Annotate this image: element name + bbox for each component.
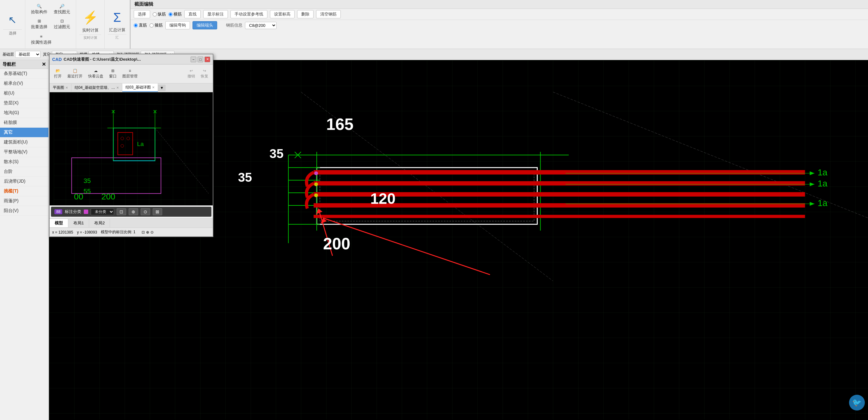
- cad-qv-drawing: La 35 55 00 200: [50, 92, 213, 205]
- cad-qv-title: CAD CAD快速看图 - C:\Users\温文\Desktop\...: [52, 57, 141, 62]
- anno-btn-4[interactable]: ⊠: [153, 208, 162, 215]
- se-delete-button[interactable]: 删除: [297, 10, 314, 18]
- se-radio-transverse-input[interactable]: [168, 12, 173, 17]
- sidebar-item-cantilever[interactable]: 挑槛(T): [0, 187, 49, 196]
- scale-icon-3[interactable]: ⊙: [151, 230, 154, 234]
- cad-qv-bottom-tab-layout1[interactable]: 布局1: [68, 219, 89, 227]
- cad-qv-close-button[interactable]: ✕: [205, 57, 210, 62]
- cad-qv-redo-button[interactable]: ↪ 恢复: [198, 68, 211, 80]
- svg-text:55: 55: [84, 187, 91, 195]
- cad-qv-recent-button[interactable]: 📋 最近打开: [65, 68, 85, 80]
- scale-icon-2[interactable]: ⊕: [146, 230, 149, 234]
- select-icon: ↖: [8, 14, 17, 26]
- sidebar-header: 导航栏 ✕: [0, 60, 49, 69]
- se-manual-ref-button[interactable]: 手动设置参考线: [230, 10, 268, 18]
- realtime-button[interactable]: ⚡: [80, 9, 101, 26]
- cad-qv-layer-button[interactable]: ≡ 图层管理: [120, 68, 140, 80]
- cad-qv-canvas[interactable]: La 35 55 00 200: [50, 92, 213, 205]
- sidebar-item-trench[interactable]: 地沟(G): [0, 108, 49, 118]
- scale-icon-1[interactable]: ⊡: [142, 230, 145, 234]
- tab-struct03-close[interactable]: ✕: [152, 86, 155, 89]
- summary-button[interactable]: Σ: [111, 9, 124, 26]
- open-icon: 📂: [56, 69, 60, 73]
- cad-qv-controls: − □ ✕: [191, 57, 210, 62]
- anno-btn-3[interactable]: ⊙: [141, 208, 150, 215]
- anno-badge: 88: [54, 209, 62, 214]
- cad-qv-tab-plan[interactable]: 平面图 ✕: [50, 84, 71, 92]
- cad-qv-maximize-button[interactable]: □: [197, 57, 203, 62]
- sidebar-item-building-area[interactable]: 建筑面积(U): [0, 137, 49, 147]
- se-radio-straight[interactable]: 直筋: [134, 23, 147, 28]
- floor-filter-select[interactable]: 基础层: [15, 51, 40, 58]
- cad-qv-undo-button[interactable]: ↩ 撤销: [185, 68, 197, 80]
- tab-more-button[interactable]: ▼: [158, 85, 166, 91]
- se-set-elevation-button[interactable]: 设置标高: [270, 10, 294, 18]
- pick-element-button[interactable]: 🔍 拾取构件: [28, 3, 50, 16]
- se-show-annotation-button[interactable]: 显示标注: [203, 10, 228, 18]
- section-editor-row2: 直筋 箍筋 编辑弯钩 编辑端头 钢筋信息 C8@200: [130, 20, 868, 31]
- undo-label: 撤销: [187, 74, 195, 79]
- filter-icon: ⊡: [60, 19, 64, 23]
- realtime-label: 实时计算: [82, 28, 99, 33]
- tab-plan-close[interactable]: ✕: [65, 86, 68, 90]
- cad-qv-bottom-tab-layout2[interactable]: 布局2: [89, 219, 110, 227]
- cad-qv-coords-y: y = -108093: [77, 230, 97, 234]
- anno-btn-1[interactable]: ⊡: [117, 208, 126, 215]
- find-element-button[interactable]: 🔎 查找图元: [51, 3, 73, 16]
- sidebar-close-icon[interactable]: ✕: [42, 61, 46, 67]
- cad-qv-tab-struct04[interactable]: 结04_基础架空层墙、… ✕: [71, 84, 122, 92]
- tab-struct04-close[interactable]: ✕: [116, 86, 119, 90]
- cad-qv-bottom-tab-model[interactable]: 模型: [50, 219, 68, 227]
- svg-point-27: [314, 182, 318, 186]
- cad-qv-minimize-button[interactable]: −: [191, 57, 196, 62]
- sidebar-item-leveling[interactable]: 平整场地(V): [0, 147, 49, 157]
- anno-color-swatch: [84, 209, 88, 214]
- sidebar-item-drainage[interactable]: 散水(S): [0, 157, 49, 167]
- sidebar-item-strip-foundation[interactable]: 条形基础(T): [0, 69, 49, 79]
- attr-label: 按属性选择: [31, 39, 52, 45]
- bird-icon[interactable]: 🐦: [849, 395, 865, 411]
- sidebar-item-bay-window[interactable]: 阳台(V): [0, 206, 49, 216]
- se-radio-transverse[interactable]: 横筋: [168, 11, 182, 17]
- sidebar-item-pile[interactable]: 桩(U): [0, 89, 49, 98]
- sidebar-item-steps[interactable]: 台阶: [0, 167, 49, 177]
- layer-label: 图层管理: [122, 74, 137, 79]
- sidebar-item-gutter[interactable]: 后浇带(JD): [0, 177, 49, 187]
- svg-text:35: 35: [238, 170, 252, 184]
- cad-qv-cloud-button[interactable]: ☁ 快看云盘: [86, 68, 106, 80]
- cad-qv-statusbar: x = 1201385 y = -108093 模型中的标注比例: 1 ⊡ ⊕ …: [50, 228, 213, 236]
- se-line-button[interactable]: 直线: [184, 10, 201, 18]
- tab-struct04-label: 结04_基础架空层墙、…: [74, 85, 115, 90]
- svg-text:1a: 1a: [818, 179, 828, 188]
- cad-qv-window-button[interactable]: ⊞ 窗口: [106, 68, 119, 80]
- svg-point-26: [314, 171, 318, 175]
- cad-qv-bottom-tabs: 模型 布局1 布局2: [50, 218, 213, 228]
- filter-element-button[interactable]: ⊡ 过滤图元: [51, 18, 73, 31]
- cad-qv-tab-struct03[interactable]: 结03_基础详图 ✕: [122, 84, 158, 92]
- se-radio-stirrup-input[interactable]: [150, 23, 154, 28]
- se-edit-end-button[interactable]: 编辑端头: [192, 21, 217, 29]
- cad-qv-open-button[interactable]: 📂 打开: [52, 68, 64, 80]
- anno-btn-2[interactable]: ⊕: [129, 208, 138, 215]
- summary-icon: Σ: [113, 10, 121, 25]
- window-label: 窗口: [109, 74, 117, 79]
- se-radio-stirrup[interactable]: 箍筋: [150, 23, 163, 28]
- se-radio-longitudinal[interactable]: 纵筋: [153, 11, 166, 17]
- se-radio-longitudinal-input[interactable]: [153, 12, 157, 17]
- sidebar-item-awning[interactable]: 雨蓬(P): [0, 196, 49, 206]
- sidebar-item-cushion[interactable]: 垫层(X): [0, 98, 49, 108]
- se-radio-straight-input[interactable]: [134, 23, 138, 28]
- steel-info-select[interactable]: C8@200: [245, 22, 277, 29]
- attr-select-button[interactable]: ≡ 按属性选择: [28, 33, 54, 46]
- batch-icon: ⊞: [38, 19, 41, 23]
- sidebar-item-other[interactable]: 其它: [0, 128, 49, 137]
- batch-select-button[interactable]: ⊞ 批量选择: [28, 18, 50, 31]
- tab-plan-label: 平面图: [53, 85, 64, 90]
- se-clear-rebar-button[interactable]: 清空钢筋: [316, 10, 341, 18]
- select-main-button[interactable]: ↖: [6, 13, 19, 27]
- sidebar-item-pile-cap[interactable]: 桩承台(V): [0, 79, 49, 89]
- anno-category-select[interactable]: 未分类: [91, 208, 114, 215]
- sidebar-item-waterproof[interactable]: 砖胎膜: [0, 118, 49, 128]
- se-select-button[interactable]: 选择: [134, 10, 150, 18]
- se-edit-hook-button[interactable]: 编辑弯钩: [165, 21, 190, 29]
